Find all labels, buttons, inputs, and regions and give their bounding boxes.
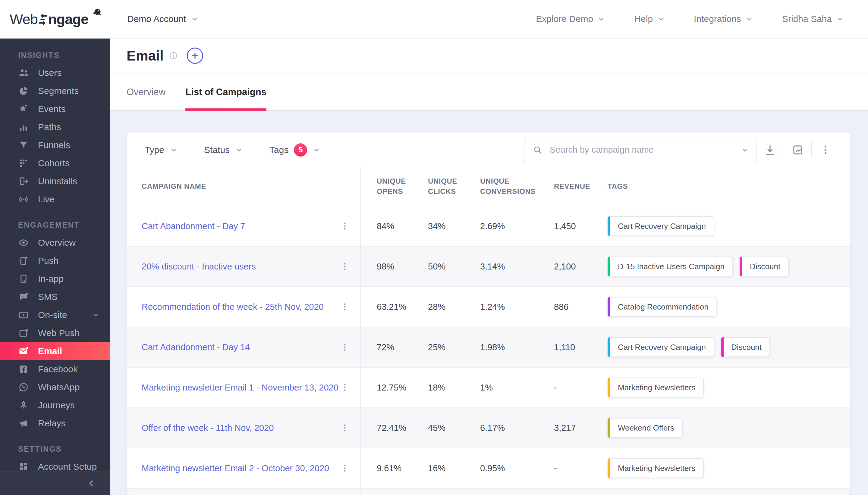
megaphone-icon — [18, 418, 29, 429]
on-site-icon — [18, 309, 29, 320]
sidebar-item-live[interactable]: Live — [0, 190, 110, 208]
row-menu-kebab-icon[interactable] — [340, 261, 350, 272]
sidebar-item-push[interactable]: Push — [0, 252, 110, 270]
paths-icon — [18, 122, 29, 133]
filter-tags[interactable]: Tags 5 — [269, 143, 321, 157]
funnels-icon — [18, 140, 29, 151]
webengage-app: Webngage Demo Account Explore Demo Help … — [0, 0, 868, 495]
push-icon — [18, 255, 29, 266]
row-menu-kebab-icon[interactable] — [340, 342, 350, 352]
tag-accent — [608, 378, 610, 397]
search-scope-chevron-icon[interactable] — [741, 146, 749, 154]
campaign-link[interactable]: Cart Adandonment - Day 14 — [142, 342, 250, 352]
more-options-kebab-icon[interactable] — [819, 143, 832, 156]
logo-brand-regular: Web — [10, 11, 38, 28]
sidebar-item-email[interactable]: Email — [0, 342, 110, 360]
nav-explore-demo[interactable]: Explore Demo — [536, 14, 605, 24]
sidebar-collapse-icon[interactable] — [87, 478, 96, 488]
chevron-down-icon — [92, 311, 100, 319]
tab-list-of-campaigns[interactable]: List of Campaigns — [185, 87, 266, 110]
filter-label: Status — [204, 145, 230, 155]
email-envelope-icon — [18, 346, 29, 357]
sidebar-item-label: Email — [38, 346, 62, 356]
tag-accent — [721, 337, 724, 357]
table-row: Recommendation of the week - 25th Nov, 2… — [127, 287, 850, 327]
account-switcher[interactable]: Demo Account — [127, 14, 199, 24]
sidebar-item-overview[interactable]: Overview — [0, 234, 110, 252]
campaign-link[interactable]: 20% discount - Inactive users — [142, 262, 256, 272]
sidebar-item-label: WhatsApp — [38, 382, 80, 392]
revenue-value: 1,110 — [538, 342, 598, 352]
campaign-link[interactable]: Offer of the week - 11th Nov, 2020 — [142, 423, 274, 433]
unique-opens-value: 9.61% — [361, 463, 412, 473]
row-menu-kebab-icon[interactable] — [340, 302, 350, 312]
nav-help[interactable]: Help — [634, 14, 665, 24]
whatsapp-icon — [18, 382, 29, 393]
toolbar-actions — [524, 138, 839, 162]
top-bar: Webngage Demo Account Explore Demo Help … — [0, 0, 868, 38]
download-button[interactable] — [764, 143, 776, 156]
campaign-link[interactable]: Marketing newsletter Email 2 - October 3… — [142, 463, 329, 473]
nav-label: Help — [634, 14, 653, 24]
filter-type[interactable]: Type — [145, 145, 178, 155]
campaign-link[interactable]: Recommendation of the week - 25th Nov, 2… — [142, 302, 324, 312]
row-menu-kebab-icon[interactable] — [340, 423, 350, 433]
nav-integrations[interactable]: Integrations — [694, 14, 753, 24]
page-title: Email — [127, 48, 164, 64]
revenue-value: 2,100 — [538, 262, 598, 272]
row-menu-kebab-icon[interactable] — [340, 221, 350, 231]
tag-label: Discount — [731, 343, 761, 352]
nav-user-menu[interactable]: Sridha Saha — [782, 14, 844, 24]
section-title-engagement: ENGAGEMENT — [0, 220, 110, 229]
section-title-insights: INSIGHTS — [0, 51, 110, 59]
table-row: Cart Adandonment - Day 14 72% 25% 1.98% … — [127, 327, 850, 368]
sidebar-item-facebook[interactable]: Facebook — [0, 360, 110, 378]
table-row: Marketing newsletter Email 1 - November … — [127, 368, 850, 408]
sidebar-item-journeys[interactable]: Journeys — [0, 396, 110, 414]
create-campaign-button[interactable] — [187, 48, 203, 64]
campaign-link[interactable]: Marketing newsletter Email 1 - November … — [142, 383, 339, 393]
sidebar-item-paths[interactable]: Paths — [0, 118, 110, 136]
unique-opens-value: 63.21% — [361, 302, 412, 312]
sidebar-item-funnels[interactable]: Funnels — [0, 136, 110, 154]
campaign-link[interactable]: Cart Abandonment - Day 7 — [142, 221, 245, 231]
sidebar-item-uninstalls[interactable]: Uninstalls — [0, 172, 110, 190]
sidebar-item-label: SMS — [38, 292, 58, 302]
sidebar-item-web-push[interactable]: Web Push — [0, 324, 110, 342]
sidebar-item-label: Paths — [38, 122, 61, 132]
tag-pill: Marketing Newsletters — [608, 458, 704, 478]
sidebar-item-label: In-app — [38, 274, 64, 284]
sidebar-item-relays[interactable]: Relays — [0, 414, 110, 432]
nav-label: Integrations — [694, 14, 741, 24]
sidebar-item-label: Journeys — [38, 400, 75, 410]
revenue-value: - — [538, 463, 598, 473]
sidebar-item-events[interactable]: Events — [0, 100, 110, 118]
tab-overview[interactable]: Overview — [127, 87, 165, 110]
sidebar-item-cohorts[interactable]: Cohorts — [0, 154, 110, 172]
sidebar-item-segments[interactable]: Segments — [0, 82, 110, 100]
logo-brand-bold: ngage — [48, 11, 88, 28]
row-menu-kebab-icon[interactable] — [340, 382, 350, 393]
report-button[interactable] — [791, 143, 804, 156]
eye-icon — [18, 237, 29, 248]
filter-label: Type — [145, 145, 164, 155]
info-icon[interactable] — [169, 51, 178, 60]
tag-pill: Marketing Newsletters — [608, 378, 704, 397]
account-setup-icon — [18, 461, 29, 472]
sidebar-item-label: Push — [38, 256, 59, 266]
webengage-logo[interactable]: Webngage — [0, 11, 110, 28]
sidebar-item-sms[interactable]: SMS — [0, 288, 110, 306]
filter-status[interactable]: Status — [204, 145, 243, 155]
sidebar-item-whatsapp[interactable]: WhatsApp — [0, 378, 110, 396]
search-input[interactable] — [550, 145, 741, 155]
unique-clicks-value: 34% — [412, 221, 464, 231]
sidebar-item-on-site[interactable]: On-site — [0, 306, 110, 324]
chevron-down-icon — [170, 146, 178, 154]
sidebar-item-users[interactable]: Users — [0, 64, 110, 82]
divider — [811, 142, 812, 158]
sidebar-item-label: Segments — [38, 86, 79, 96]
tag-label: Marketing Newsletters — [618, 383, 695, 392]
unique-clicks-value: 16% — [412, 463, 464, 473]
sidebar-item-in-app[interactable]: In-app — [0, 270, 110, 288]
row-menu-kebab-icon[interactable] — [340, 463, 350, 473]
